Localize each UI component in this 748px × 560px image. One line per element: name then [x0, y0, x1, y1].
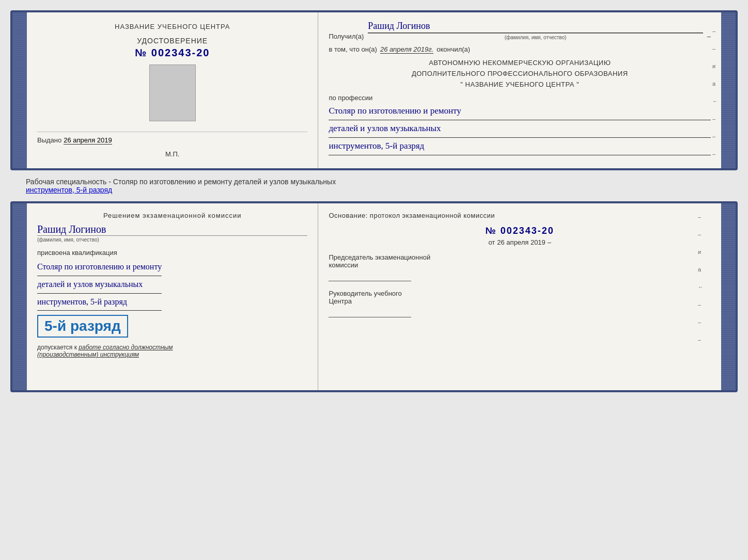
udostoverenie-section: УДОСТОВЕРЕНИЕ № 002343-20	[135, 37, 210, 59]
vtom-prefix: в том, что он(а)	[329, 45, 377, 53]
person-name: Рашид Логинов	[37, 223, 307, 235]
dopusk-prefix: допускается к	[37, 344, 77, 351]
mark2-a: а	[698, 266, 704, 273]
recipient-name: Рашид Логинов	[368, 21, 703, 33]
org-line2: ДОПОЛНИТЕЛЬНОГО ПРОФЕССИОНАЛЬНОГО ОБРАЗО…	[329, 69, 711, 79]
director-section: Руководитель учебного Центра	[329, 290, 711, 317]
dopusk-cursive2: (производственным) инструкциям	[37, 351, 139, 358]
mark-dash3: –	[712, 116, 718, 122]
director-label2: Центра	[329, 297, 351, 305]
issued-date: 26 апреля 2019	[64, 136, 112, 145]
chairman-label: Председатель экзаменационной комиссии	[329, 253, 711, 269]
razryad-box: 5-й разряд	[37, 315, 128, 338]
recipient-row: Получил(а) Рашид Логинов (фамилия, имя, …	[329, 21, 711, 40]
between-text2: инструментов, 5-й разряд	[26, 186, 112, 194]
recipient-subtitle: (фамилия, имя, отчество)	[368, 33, 703, 40]
mark-arrow: ←	[712, 98, 718, 104]
protocol-number: № 002343-20	[329, 226, 711, 236]
training-center-label: НАЗВАНИЕ УЧЕБНОГО ЦЕНТРА	[115, 23, 230, 30]
org-line3: " НАЗВАНИЕ УЧЕБНОГО ЦЕНТРА "	[329, 79, 711, 90]
between-text: Рабочая специальность - Столяр по изгото…	[26, 178, 336, 186]
spine-right-2	[721, 203, 736, 390]
chairman-signature-line	[329, 271, 411, 281]
person-subtitle: (фамилия, имя, отчество)	[37, 235, 307, 243]
vtom-suffix: окончил(а)	[437, 45, 470, 53]
card1-content: НАЗВАНИЕ УЧЕБНОГО ЦЕНТРА УДОСТОВЕРЕНИЕ №…	[27, 12, 721, 168]
mark2-dash1: –	[698, 214, 704, 220]
mark2-i: и	[698, 249, 704, 255]
profession-line3: инструментов, 5-й разряд	[329, 139, 711, 155]
mark-dash1: –	[712, 28, 718, 34]
mark2-dash3: –	[698, 301, 704, 308]
dopuskaetsya-text: допускается к работе согласно должностны…	[37, 344, 173, 358]
qualification-text: Столяр по изготовлению и ремонту деталей…	[37, 260, 162, 312]
ot-date: 26 апреля 2019	[497, 238, 546, 246]
vtom-row: в том, что он(а) 26 апреля 2019г. окончи…	[329, 45, 711, 54]
profession-line2: деталей и узлов музыкальных	[329, 121, 711, 138]
mark-dash5: –	[712, 151, 718, 157]
osnovaniye-label: Основание: протокол экзаменационной коми…	[329, 212, 711, 219]
separator-1	[37, 132, 307, 132]
director-label1: Руководитель учебного	[329, 290, 401, 297]
card2-left-panel: Решением экзаменационной комиссии Рашид …	[27, 203, 318, 390]
org-block: АВТОНОМНУЮ НЕКОММЕРЧЕСКУЮ ОРГАНИЗАЦИЮ ДО…	[329, 58, 711, 90]
card1-left-panel: НАЗВАНИЕ УЧЕБНОГО ЦЕНТРА УДОСТОВЕРЕНИЕ №…	[27, 12, 318, 168]
org-line1: АВТОНОМНУЮ НЕКОММЕРЧЕСКУЮ ОРГАНИЗАЦИЮ	[329, 58, 711, 69]
card2-content: Решением экзаменационной комиссии Рашид …	[27, 203, 721, 390]
issued-prefix: Выдано	[37, 136, 61, 144]
photo-placeholder	[149, 65, 196, 121]
mark2-arrow: ←	[698, 284, 704, 290]
mark2-dash4: –	[698, 319, 704, 325]
razryad-text: 5-й разряд	[44, 318, 121, 334]
mark-a: а	[712, 81, 718, 87]
document-card-2: Решением экзаменационной комиссии Рашид …	[10, 201, 738, 392]
mark-dash4: –	[712, 133, 718, 139]
spine-left-1	[12, 12, 27, 168]
mark2-dash5: –	[698, 337, 704, 343]
issued-section: Выдано 26 апреля 2019	[37, 136, 307, 145]
ot-prefix: от	[488, 238, 495, 246]
document-card-1: НАЗВАНИЕ УЧЕБНОГО ЦЕНТРА УДОСТОВЕРЕНИЕ №…	[10, 10, 738, 170]
decision-title: Решением экзаменационной комиссии	[37, 212, 307, 219]
ot-dash: –	[548, 238, 551, 246]
dash-1: –	[707, 33, 711, 40]
director-label: Руководитель учебного Центра	[329, 290, 711, 305]
udostoverenie-number: № 002343-20	[135, 47, 210, 59]
director-signature-line	[329, 307, 411, 317]
qual-line2: деталей и узлов музыкальных	[37, 277, 162, 294]
between-label: Рабочая специальность - Столяр по изгото…	[10, 174, 738, 195]
vtom-date: 26 апреля 2019г.	[380, 45, 433, 54]
person-name-block: Рашид Логинов (фамилия, имя, отчество)	[37, 223, 307, 243]
mark-dash2: –	[712, 45, 718, 52]
spine-left-2	[12, 203, 27, 390]
ot-row: от 26 апреля 2019 –	[329, 238, 711, 246]
profession-line1: Столяр по изготовлению и ремонту	[329, 104, 711, 120]
dopusk-cursive: работе согласно должностным	[79, 344, 173, 351]
profession-text: Столяр по изготовлению и ремонту деталей…	[329, 104, 711, 155]
prisvoena-text: присвоена квалификация	[37, 249, 117, 257]
spine-right-1	[721, 12, 736, 168]
profession-label: по профессии	[329, 94, 711, 102]
card1-right-panel: Получил(а) Рашид Логинов (фамилия, имя, …	[318, 12, 721, 168]
page-wrapper: НАЗВАНИЕ УЧЕБНОГО ЦЕНТРА УДОСТОВЕРЕНИЕ №…	[10, 10, 738, 392]
qual-line3: инструментов, 5-й разряд	[37, 295, 162, 311]
chairman-label2: комиссии	[329, 261, 358, 269]
qual-line1: Столяр по изготовлению и ремонту	[37, 260, 162, 276]
card2-right-panel: Основание: протокол экзаменационной коми…	[318, 203, 721, 390]
mp-label: М.П.	[165, 150, 179, 158]
recipient-prefix: Получил(а)	[329, 33, 364, 40]
udostoverenie-title: УДОСТОВЕРЕНИЕ	[135, 37, 210, 45]
protocol-block: № 002343-20 от 26 апреля 2019 –	[329, 226, 711, 246]
mark-i: и	[712, 63, 718, 69]
mark2-dash2: –	[698, 231, 704, 237]
chairman-section: Председатель экзаменационной комиссии	[329, 253, 711, 281]
chairman-label1: Председатель экзаменационной	[329, 253, 430, 261]
